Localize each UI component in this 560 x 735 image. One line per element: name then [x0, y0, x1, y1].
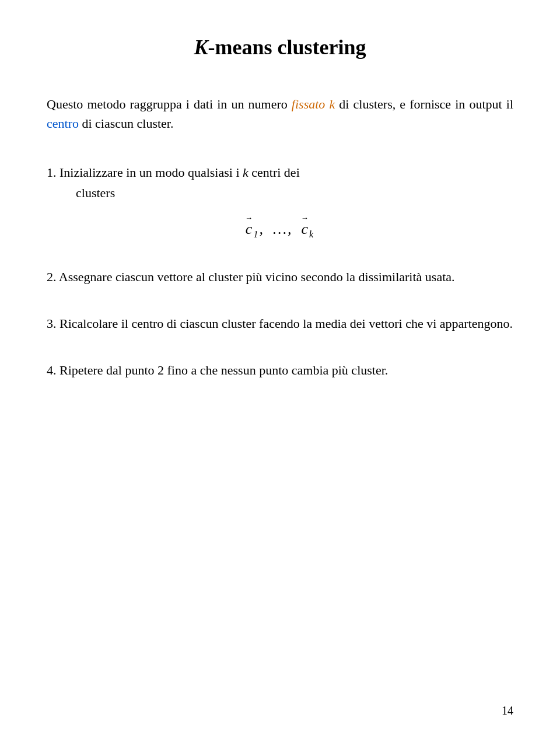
step-3-text: 3. Ricalcolare il centro di ciascun clus…: [47, 313, 513, 334]
step-1-text: 1. Inizializzare in un modo qualsiasi i …: [47, 162, 513, 183]
page-number: 14: [502, 704, 513, 718]
highlight-fissato: fissato k: [292, 97, 335, 111]
step-1-number: 1.: [47, 165, 57, 180]
page: K-means clustering Questo metodo raggrup…: [0, 0, 560, 735]
intro-paragraph: Questo metodo raggruppa i dati in un num…: [47, 94, 513, 133]
step-1: 1. Inizializzare in un modo qualsiasi i …: [47, 162, 513, 240]
page-title: K-means clustering: [47, 35, 513, 60]
step-3-number: 3.: [47, 316, 57, 331]
step-2-number: 2.: [47, 270, 57, 284]
highlight-centro: centro: [47, 116, 79, 131]
step-4: 4. Ripetere dal punto 2 fino a che nessu…: [47, 360, 513, 380]
step-2: 2. Assegnare ciascun vettore al cluster …: [47, 267, 513, 287]
step-4-number: 4.: [47, 363, 57, 377]
step-1-formula: → c 1, …, →ck: [47, 214, 513, 240]
step-4-text: 4. Ripetere dal punto 2 fino a che nessu…: [47, 360, 513, 380]
step-2-text: 2. Assegnare ciascun vettore al cluster …: [47, 267, 513, 287]
step-3: 3. Ricalcolare il centro di ciascun clus…: [47, 313, 513, 334]
step-1-clusters: clusters: [76, 183, 513, 203]
